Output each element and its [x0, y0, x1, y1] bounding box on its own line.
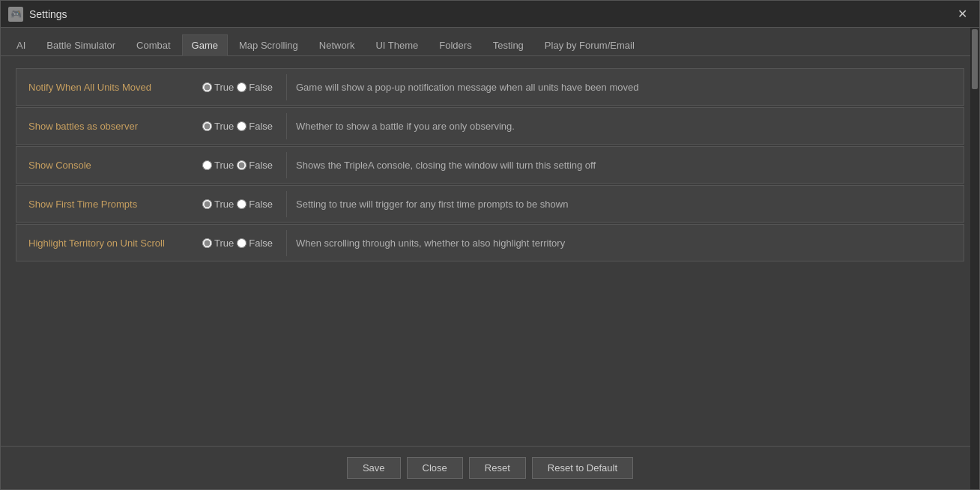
setting-controls-prompts: True False — [196, 191, 286, 217]
save-button[interactable]: Save — [347, 457, 401, 479]
setting-row-observer: Show battles as observer True False Whet… — [16, 107, 964, 145]
setting-controls-notify: True False — [196, 74, 286, 100]
setting-label-console: Show Console — [16, 152, 196, 178]
radio-group-observer: True False — [202, 121, 273, 132]
tab-network[interactable]: Network — [309, 34, 365, 56]
setting-label-notify: Notify When All Units Moved — [16, 74, 196, 100]
setting-label-prompts: Show First Time Prompts — [16, 191, 196, 217]
radio-group-notify: True False — [202, 82, 273, 93]
setting-row-console: Show Console True False Shows the Triple… — [16, 146, 964, 184]
radio-observer-false-label[interactable]: False — [237, 121, 273, 132]
radio-console-false[interactable] — [237, 160, 246, 170]
app-icon: 🎮 — [8, 7, 23, 22]
setting-row-notify: Notify When All Units Moved True False G… — [16, 68, 964, 106]
radio-observer-true[interactable] — [202, 121, 212, 131]
radio-group-console: True False — [202, 160, 273, 171]
radio-highlight-false[interactable] — [237, 238, 246, 248]
setting-desc-console: Shows the TripleA console, closing the w… — [286, 152, 964, 178]
settings-window: 🎮 Settings ✕ AI Battle Simulator Combat … — [0, 0, 980, 490]
setting-controls-highlight: True False — [196, 230, 286, 256]
setting-label-observer: Show battles as observer — [16, 113, 196, 139]
setting-desc-notify: Game will show a pop-up notification mes… — [286, 74, 964, 100]
radio-console-true[interactable] — [202, 160, 212, 170]
radio-console-true-label[interactable]: True — [202, 160, 234, 171]
tab-folders[interactable]: Folders — [429, 34, 481, 56]
tab-testing[interactable]: Testing — [483, 34, 533, 56]
radio-console-false-label[interactable]: False — [237, 160, 273, 171]
setting-desc-highlight: When scrolling through units, whether to… — [286, 230, 964, 256]
radio-prompts-true[interactable] — [202, 199, 212, 209]
reset-default-button[interactable]: Reset to Default — [532, 457, 633, 479]
scrollbar[interactable] — [970, 28, 979, 489]
settings-content: Notify When All Units Moved True False G… — [1, 56, 979, 446]
radio-highlight-false-label[interactable]: False — [237, 238, 273, 249]
setting-row-highlight: Highlight Territory on Unit Scroll True … — [16, 224, 964, 261]
radio-notify-false[interactable] — [237, 82, 246, 92]
footer: Save Close Reset Reset to Default — [1, 446, 979, 489]
radio-prompts-false[interactable] — [237, 199, 246, 209]
close-button[interactable]: ✕ — [953, 7, 972, 22]
tab-combat[interactable]: Combat — [127, 34, 181, 56]
setting-desc-observer: Whether to show a battle if you are only… — [286, 113, 964, 139]
scrollbar-thumb[interactable] — [972, 29, 978, 89]
radio-group-highlight: True False — [202, 238, 273, 249]
radio-highlight-true[interactable] — [202, 238, 212, 248]
setting-row-prompts: Show First Time Prompts True False Setti… — [16, 185, 964, 223]
radio-observer-true-label[interactable]: True — [202, 121, 234, 132]
tab-battle-simulator[interactable]: Battle Simulator — [37, 34, 125, 56]
reset-button[interactable]: Reset — [469, 457, 526, 479]
radio-observer-false[interactable] — [237, 121, 246, 131]
window-title: Settings — [29, 8, 67, 20]
title-bar-left: 🎮 Settings — [8, 7, 67, 22]
tab-play-by-forum[interactable]: Play by Forum/Email — [535, 34, 644, 56]
tab-game[interactable]: Game — [182, 34, 228, 56]
title-bar: 🎮 Settings ✕ — [1, 1, 979, 28]
radio-highlight-true-label[interactable]: True — [202, 238, 234, 249]
radio-prompts-true-label[interactable]: True — [202, 199, 234, 210]
setting-label-highlight: Highlight Territory on Unit Scroll — [16, 230, 196, 256]
setting-controls-console: True False — [196, 152, 286, 178]
close-button-footer[interactable]: Close — [407, 457, 463, 479]
setting-desc-prompts: Setting to true will trigger for any fir… — [286, 191, 964, 217]
tab-ai[interactable]: AI — [7, 34, 35, 56]
radio-notify-true[interactable] — [202, 82, 212, 92]
tab-ui-theme[interactable]: UI Theme — [366, 34, 428, 56]
setting-controls-observer: True False — [196, 113, 286, 139]
radio-notify-true-label[interactable]: True — [202, 82, 234, 93]
radio-prompts-false-label[interactable]: False — [237, 199, 273, 210]
radio-group-prompts: True False — [202, 199, 273, 210]
tab-bar: AI Battle Simulator Combat Game Map Scro… — [1, 28, 979, 56]
tab-map-scrolling[interactable]: Map Scrolling — [229, 34, 308, 56]
radio-notify-false-label[interactable]: False — [237, 82, 273, 93]
